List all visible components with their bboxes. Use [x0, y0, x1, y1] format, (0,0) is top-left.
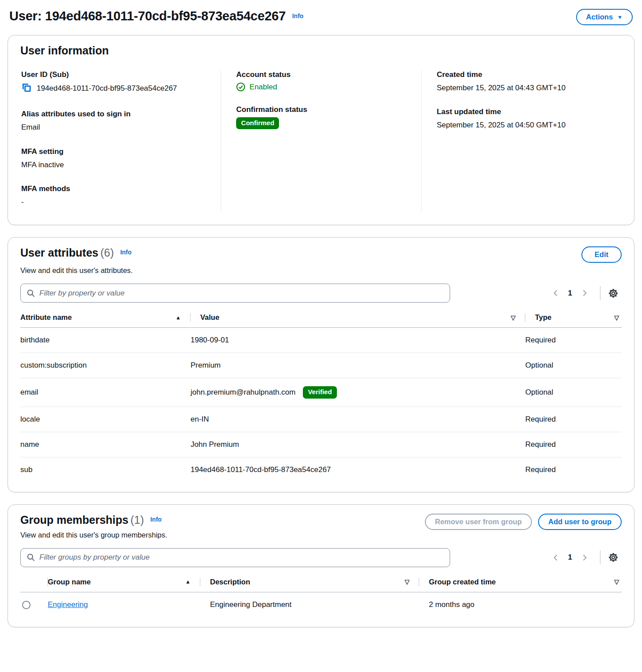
attribute-name-cell: name — [20, 432, 191, 457]
groups-filter-box — [20, 548, 450, 567]
user-id-value-wrap: 194ed468-1011-70cd-bf95-873ea54ce267 — [21, 82, 203, 96]
group-created-time-cell: 2 months ago — [419, 592, 622, 617]
sort-ascending-icon[interactable]: ▲ — [176, 315, 181, 321]
attributes-filter-input[interactable] — [39, 289, 444, 298]
remove-user-from-group-label: Remove user from group — [435, 518, 522, 526]
page-info-link[interactable]: Info — [292, 12, 304, 19]
column-header-attribute-name[interactable]: Attribute name▲ — [20, 309, 191, 328]
mfa-methods-label: MFA methods — [21, 184, 206, 193]
column-header-description[interactable]: Description▽ — [200, 573, 419, 592]
groups-preferences-button[interactable] — [605, 550, 622, 565]
account-status-label: Account status — [236, 70, 406, 79]
user-attributes-title-wrap: User attributes (6) Info — [20, 246, 132, 259]
group-description-cell: Engineering Department — [200, 592, 419, 617]
attribute-value-cell: 1980-09-01 — [191, 328, 525, 353]
mfa-setting-field: MFA setting MFA inactive — [21, 147, 206, 171]
column-label: Attribute name — [20, 313, 72, 322]
cognito-user-detail-page: User: 194ed468-1011-70cd-bf95-873ea54ce2… — [0, 0, 642, 627]
previous-page-button[interactable] — [547, 287, 564, 300]
alias-field: Alias attributes used to sign in Email — [21, 110, 206, 133]
group-memberships-buttons: Remove user from group Add user to group — [425, 514, 622, 530]
user-attributes-info-link[interactable]: Info — [120, 249, 132, 256]
gear-icon — [608, 553, 618, 562]
attributes-pagination: 1 — [547, 286, 622, 301]
column-filter-icon[interactable]: ▽ — [614, 578, 619, 585]
attribute-name-cell: email — [20, 378, 191, 407]
search-icon — [27, 289, 35, 298]
group-radio-button[interactable] — [22, 601, 31, 609]
user-information-title: User information — [20, 44, 622, 57]
attribute-value-cell: en-IN — [191, 407, 525, 432]
group-memberships-table: Group name▲ Description▽ Group created t… — [20, 573, 622, 617]
group-memberships-counter: (1) — [130, 514, 144, 526]
attribute-value-cell: 194ed468-1011-70cd-bf95-873ea54ce267 — [191, 457, 525, 482]
attribute-type-cell: Optional — [525, 353, 622, 378]
next-page-button[interactable] — [577, 287, 593, 300]
mfa-setting-label: MFA setting — [21, 147, 206, 156]
actions-button-label: Actions — [586, 13, 613, 21]
groups-filter-input[interactable] — [39, 553, 444, 562]
edit-button[interactable]: Edit — [581, 246, 622, 263]
group-created-time-text: 2 months ago — [419, 600, 474, 609]
user-attributes-toolbar: 1 — [20, 284, 622, 303]
previous-page-button[interactable] — [547, 551, 564, 564]
group-memberships-title: Group memberships — [20, 514, 129, 526]
group-memberships-description: View and edit this user's group membersh… — [20, 531, 622, 539]
attribute-type-cell: Required — [525, 457, 622, 482]
page-title: User: 194ed468-1011-70cd-bf95-873ea54ce2… — [9, 9, 286, 23]
table-row: birthdate 1980-09-01 Required — [20, 328, 622, 353]
attribute-name-cell: birthdate — [20, 328, 191, 353]
attribute-type-cell: Required — [525, 407, 622, 432]
toolbar-divider — [600, 286, 600, 300]
toolbar-divider — [600, 550, 600, 564]
group-memberships-info-link[interactable]: Info — [150, 516, 162, 523]
account-status-field: Account status Enabled — [236, 70, 406, 92]
groups-page-number[interactable]: 1 — [564, 553, 577, 562]
chevron-left-icon — [553, 554, 558, 561]
remove-user-from-group-button[interactable]: Remove user from group — [425, 514, 532, 530]
user-attributes-description: View and edit this user's attributes. — [20, 266, 622, 275]
column-label: Group name — [48, 578, 91, 586]
attribute-type-cell: Required — [525, 328, 622, 353]
alias-value: Email — [21, 122, 206, 133]
page-header: User: 194ed468-1011-70cd-bf95-873ea54ce2… — [8, 6, 634, 35]
attributes-preferences-button[interactable] — [605, 286, 622, 301]
attribute-type-cell: Optional — [525, 378, 622, 407]
confirmation-status-badge: Confirmed — [236, 117, 279, 129]
user-attributes-table: Attribute name▲ Value▽ Type▽ birthdate 1… — [20, 309, 622, 482]
column-header-type[interactable]: Type▽ — [525, 309, 622, 328]
confirmation-status-field: Confirmation status Confirmed — [236, 105, 406, 129]
column-header-value[interactable]: Value▽ — [191, 309, 525, 328]
last-updated-label: Last updated time — [437, 108, 607, 116]
table-row: name John Premium Required — [20, 432, 622, 457]
column-filter-icon[interactable]: ▽ — [405, 578, 409, 585]
column-filter-icon[interactable]: ▽ — [511, 314, 516, 321]
groups-header-row: Group name▲ Description▽ Group created t… — [20, 573, 622, 592]
table-row: Engineering Engineering Department 2 mon… — [20, 592, 622, 617]
group-name-cell: Engineering — [48, 592, 200, 617]
account-status-value-wrap: Enabled — [236, 82, 406, 92]
user-attributes-title: User attributes — [20, 246, 98, 259]
actions-button[interactable]: Actions ▼ — [576, 9, 633, 25]
attributes-page-number[interactable]: 1 — [564, 289, 577, 298]
user-attributes-head: User attributes (6) Info Edit — [20, 246, 622, 263]
created-time-value: September 15, 2025 at 04:43 GMT+10 — [437, 82, 607, 94]
user-id-field: User ID (Sub) 194ed468-1011-70cd-bf95-87… — [21, 70, 206, 96]
group-select-cell — [20, 592, 48, 617]
check-circle-icon — [236, 82, 245, 92]
column-header-group-name[interactable]: Group name▲ — [48, 573, 200, 592]
search-icon — [27, 553, 35, 562]
add-user-to-group-button[interactable]: Add user to group — [538, 514, 622, 530]
column-header-group-created-time[interactable]: Group created time▽ — [419, 573, 622, 592]
attribute-name-cell: sub — [20, 457, 191, 482]
attributes-header-row: Attribute name▲ Value▽ Type▽ — [20, 309, 622, 328]
copy-icon[interactable] — [21, 82, 31, 96]
table-row: email john.premium@rahulpnath.com Verifi… — [20, 378, 622, 407]
group-memberships-toolbar: 1 — [20, 548, 622, 567]
mfa-methods-value: - — [21, 196, 206, 208]
column-filter-icon[interactable]: ▽ — [614, 314, 619, 321]
group-name-link[interactable]: Engineering — [48, 600, 88, 609]
sort-ascending-icon[interactable]: ▲ — [185, 579, 191, 585]
verified-badge: Verified — [303, 386, 336, 398]
next-page-button[interactable] — [577, 551, 593, 564]
